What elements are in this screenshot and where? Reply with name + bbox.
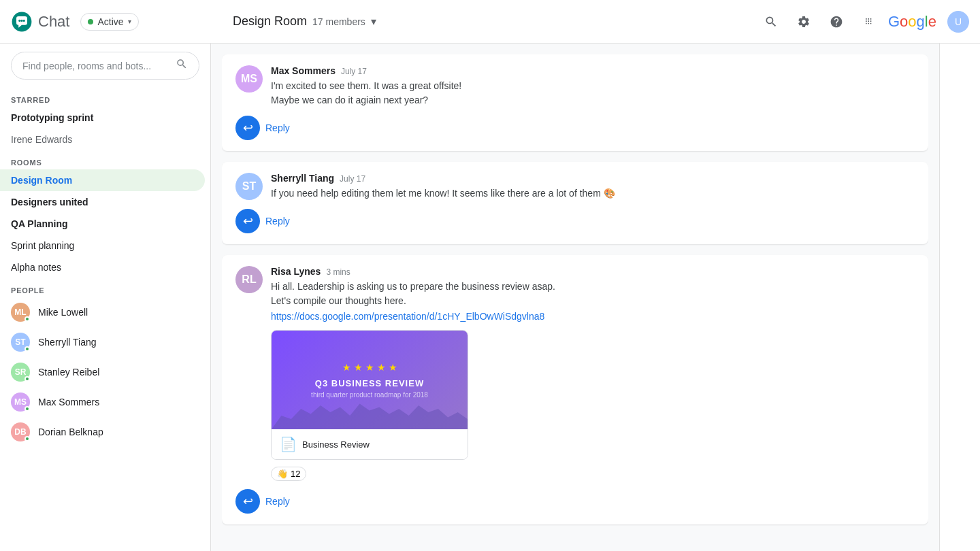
- attachment-name: Business Review: [302, 439, 370, 450]
- message-text-1b: Maybe we can do it agiain next year?: [271, 93, 915, 107]
- reply-label-1: Reply: [265, 122, 290, 133]
- people-item-max[interactable]: MS Max Sommers: [0, 387, 205, 417]
- people-avatar-max: MS: [11, 393, 30, 412]
- attachment-preview: ★ ★ ★ ★ ★ Q3 BUSINESS REVIEW third quart…: [272, 331, 468, 429]
- apps-button[interactable]: [855, 8, 883, 35]
- search-button[interactable]: [757, 8, 785, 35]
- online-dot: [24, 316, 30, 322]
- members-count[interactable]: 17 members: [312, 16, 365, 27]
- room-item-label: Design Room: [11, 175, 72, 186]
- user-avatar[interactable]: U: [947, 11, 969, 33]
- search-input[interactable]: [22, 61, 170, 71]
- search-bar[interactable]: [11, 52, 199, 80]
- attachment-footer: 📄 Business Review: [272, 429, 468, 459]
- svg-point-3: [23, 19, 25, 21]
- message-author-3: Risa Lynes: [271, 266, 321, 277]
- message-meta-1: Max Sommers July 17: [271, 65, 915, 76]
- sidebar-item-alpha[interactable]: Alpha notes: [0, 256, 205, 278]
- sidebar-item-qa[interactable]: QA Planning: [0, 213, 205, 235]
- star-1: ★: [342, 362, 351, 373]
- message-text-1a: I'm excited to see them. It was a great …: [271, 79, 915, 93]
- message-card-3: RL Risa Lynes 3 mins Hi all. Leadership …: [222, 255, 928, 524]
- svg-point-1: [18, 19, 20, 21]
- reply-label-3: Reply: [265, 496, 290, 507]
- chevron-down-icon: ▾: [128, 18, 131, 25]
- logo-area: Chat Active ▾: [11, 11, 222, 33]
- message-avatar-2: ST: [235, 173, 263, 200]
- chat-area: MS Max Sommers July 17 I'm excited to se…: [211, 44, 939, 551]
- online-dot: [24, 436, 30, 441]
- doc-icon: 📄: [280, 436, 297, 452]
- rooms-section-label: ROOMS: [0, 150, 210, 169]
- right-panel: [939, 44, 980, 551]
- starred-item-label: Irene Edwards: [11, 134, 72, 145]
- people-item-label: Dorian Belknap: [38, 427, 103, 437]
- message-author-1: Max Sommers: [271, 65, 336, 76]
- people-avatar-sherryll: ST: [11, 333, 30, 352]
- sidebar: STARRED Prototyping sprint Irene Edwards…: [0, 44, 211, 551]
- starred-section-label: STARRED: [0, 88, 210, 107]
- google-logo: Google: [888, 13, 936, 31]
- message-header-2: ST Sherryll Tiang July 17 If you need he…: [235, 173, 915, 201]
- message-avatar-1: MS: [235, 65, 263, 93]
- people-item-sherryll[interactable]: ST Sherryll Tiang: [0, 327, 205, 357]
- starred-item-irene[interactable]: Irene Edwards: [0, 129, 205, 150]
- people-section-label: PEOPLE: [0, 278, 210, 297]
- online-dot: [24, 376, 30, 382]
- city-silhouette: [272, 395, 468, 429]
- star-3: ★: [365, 362, 374, 373]
- attachment-preview-subtitle: third quarter product roadmap for 2018: [311, 391, 428, 399]
- reaction-emoji: 👋: [277, 469, 288, 479]
- room-dropdown-icon[interactable]: ▾: [371, 15, 376, 28]
- reply-icon-2: ↩: [235, 209, 260, 233]
- message-card-1: MS Max Sommers July 17 I'm excited to se…: [222, 54, 928, 151]
- reply-button-2[interactable]: ↩ Reply: [235, 209, 290, 233]
- reply-label-2: Reply: [265, 216, 290, 227]
- help-button[interactable]: [823, 8, 850, 35]
- message-meta-3: Risa Lynes 3 mins: [271, 266, 915, 277]
- message-author-2: Sherryll Tiang: [271, 173, 334, 184]
- room-header: Design Room 17 members ▾: [222, 14, 757, 29]
- people-item-dorian[interactable]: DB Dorian Belknap: [0, 417, 205, 447]
- reaction-badge[interactable]: 👋 12: [271, 467, 306, 481]
- messages-container: MS Max Sommers July 17 I'm excited to se…: [222, 54, 928, 540]
- sidebar-item-designers[interactable]: Designers united: [0, 191, 205, 213]
- starred-item-prototyping[interactable]: Prototyping sprint: [0, 107, 205, 129]
- active-status-badge[interactable]: Active ▾: [80, 13, 138, 31]
- svg-point-2: [20, 19, 22, 21]
- active-label: Active: [97, 16, 123, 27]
- search-icon: [176, 58, 188, 73]
- top-bar: Chat Active ▾ Design Room 17 members ▾: [0, 0, 980, 44]
- apps-icon: [862, 15, 876, 29]
- app-title: Chat: [38, 13, 69, 31]
- people-item-stanley[interactable]: SR Stanley Reibel: [0, 357, 205, 387]
- people-item-mike[interactable]: ML Mike Lowell: [0, 297, 205, 327]
- online-dot: [24, 346, 30, 352]
- message-link-3[interactable]: https://docs.google.com/presentation/d/1…: [271, 311, 915, 322]
- message-avatar-3: RL: [235, 266, 263, 293]
- reply-button-3[interactable]: ↩ Reply: [235, 489, 290, 514]
- settings-button[interactable]: [790, 8, 817, 35]
- gear-icon: [797, 15, 811, 29]
- star-2: ★: [354, 362, 363, 373]
- message-content-3: Risa Lynes 3 mins Hi all. Leadership is …: [271, 266, 915, 481]
- room-item-label: Designers united: [11, 197, 88, 207]
- top-icons: Google U: [757, 8, 969, 35]
- reply-button-1[interactable]: ↩ Reply: [235, 116, 290, 140]
- message-content-2: Sherryll Tiang July 17 If you need help …: [271, 173, 915, 201]
- active-dot: [88, 19, 93, 24]
- message-text-2a: If you need help editing them let me kno…: [271, 186, 915, 201]
- reply-icon-1: ↩: [235, 116, 260, 140]
- room-item-label: Sprint planning: [11, 240, 74, 251]
- starred-item-label: Prototyping sprint: [11, 112, 93, 123]
- attachment-preview-title: Q3 BUSINESS REVIEW: [315, 378, 424, 388]
- message-content-1: Max Sommers July 17 I'm excited to see t…: [271, 65, 915, 107]
- attachment-card[interactable]: ★ ★ ★ ★ ★ Q3 BUSINESS REVIEW third quart…: [271, 330, 468, 460]
- sidebar-item-sprint[interactable]: Sprint planning: [0, 235, 205, 256]
- people-item-label: Mike Lowell: [38, 307, 88, 318]
- star-4: ★: [377, 362, 386, 373]
- message-text-3b: Let's compile our thoughts here.: [271, 294, 915, 308]
- sidebar-item-design-room[interactable]: Design Room: [0, 169, 205, 191]
- message-time-2: July 17: [340, 174, 365, 184]
- message-time-3: 3 mins: [326, 267, 350, 277]
